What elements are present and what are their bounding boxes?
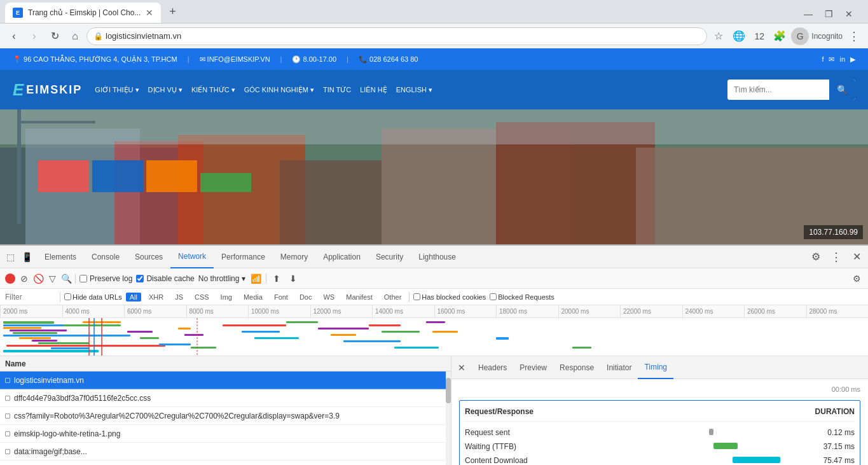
request-row-selected[interactable]: logisticsinvietnam.vn [0, 371, 451, 389]
blocked-cookies-input[interactable] [413, 293, 420, 300]
preserve-log-checkbox[interactable]: Preserve log [79, 274, 132, 283]
tab-application[interactable]: Application [315, 246, 368, 268]
download-icon[interactable]: ⬇ [287, 272, 300, 285]
requests-scrollbar-thumb[interactable] [446, 378, 451, 403]
close-icon[interactable]: ✕ [840, 8, 858, 20]
request-row-3[interactable]: eimskip-logo-white-retina-1.png [0, 425, 451, 443]
manifest-chip[interactable]: Manifest [342, 293, 376, 302]
stop-button[interactable]: ⊘ [19, 274, 29, 284]
ws-chip[interactable]: WS [319, 293, 338, 302]
reload-button[interactable]: ↻ [46, 27, 64, 45]
detail-tab-headers[interactable]: Headers [472, 356, 513, 379]
settings-icon[interactable]: ⚙ [807, 248, 825, 266]
nav-gioithieu[interactable]: GIỚI THIỆU ▾ [95, 86, 139, 94]
forward-button[interactable]: › [25, 27, 43, 45]
hide-data-urls-checkbox[interactable]: Hide data URLs [64, 293, 122, 301]
linkedin-icon[interactable]: in [839, 55, 845, 63]
nav-tintuc[interactable]: TIN TỨC [323, 86, 351, 94]
css-chip[interactable]: CSS [191, 293, 213, 302]
nav-lienhe[interactable]: LIÊN HỆ [360, 86, 387, 94]
facebook-icon[interactable]: f [822, 55, 823, 63]
upload-icon[interactable]: ⬆ [270, 272, 283, 285]
other-chip[interactable]: Other [380, 293, 406, 302]
search-icon[interactable]: 🔍 [61, 274, 71, 284]
filter-icon[interactable]: ▽ [47, 274, 57, 284]
request-row-1[interactable]: dffc4d4e79a3bdf3a7f0d5116fe2c5cc.css [0, 389, 451, 407]
clear-button[interactable]: 🚫 [33, 274, 43, 284]
preserve-log-input[interactable] [79, 275, 87, 282]
detail-tab-initiator[interactable]: Initiator [600, 356, 638, 379]
disable-cache-checkbox[interactable]: Disable cache [136, 274, 194, 283]
bookmark-icon[interactable]: ☆ [710, 27, 727, 45]
address-bar[interactable]: 🔒 logisticsinvietnam.vn [86, 27, 707, 45]
nav-kienthuc[interactable]: KIẾN THỨC ▾ [191, 86, 235, 94]
search-button[interactable]: 🔍 [829, 80, 855, 100]
img-chip[interactable]: Img [217, 293, 236, 302]
xhr-chip[interactable]: XHR [145, 293, 167, 302]
tab-console[interactable]: Console [84, 246, 127, 268]
detail-tab-preview[interactable]: Preview [513, 356, 553, 379]
more-icon[interactable]: ⋮ [827, 248, 845, 266]
disable-cache-input[interactable] [136, 275, 144, 282]
devtools-close-icon[interactable]: ✕ [848, 248, 865, 266]
tab-memory[interactable]: Memory [273, 246, 315, 268]
tab-security[interactable]: Security [368, 246, 411, 268]
detail-tab-response[interactable]: Response [553, 356, 600, 379]
svg-rect-39 [286, 321, 318, 323]
nav-gockinhnghiem[interactable]: GÓC KINH NGHIỆM ▾ [244, 86, 314, 94]
tab-sources[interactable]: Sources [127, 246, 170, 268]
new-tab-button[interactable]: + [163, 3, 181, 20]
active-tab[interactable]: E Trang chủ - Eimskip | Cool Cho... ✕ [5, 3, 161, 23]
requests-scrollbar[interactable] [446, 371, 451, 465]
ruler-12000: 12000 ms [310, 305, 373, 317]
detail-tab-timing[interactable]: Timing [638, 356, 673, 379]
browser-chrome: E Trang chủ - Eimskip | Cool Cho... ✕ + … [0, 0, 868, 48]
wifi-icon[interactable]: 📶 [249, 272, 262, 285]
all-chip[interactable]: All [126, 293, 141, 302]
blocked-requests-input[interactable] [490, 293, 497, 300]
request-row-4[interactable]: data:image/gif;base... [0, 443, 451, 461]
settings-right-icon[interactable]: ⚙ [850, 272, 863, 285]
profile-icon[interactable]: G [791, 27, 809, 45]
nav-dichvu[interactable]: DỊCH VỤ ▾ [148, 86, 183, 94]
tab-lighthouse[interactable]: Lighthouse [411, 246, 464, 268]
row-indicator-4 [5, 449, 10, 454]
back-button[interactable]: ‹ [5, 27, 23, 45]
request-row-5[interactable]: fl-icons.woff2 [0, 461, 451, 465]
svg-rect-53 [572, 347, 591, 349]
doc-chip[interactable]: Doc [296, 293, 316, 302]
hide-data-urls-input[interactable] [64, 293, 71, 300]
tab-network[interactable]: Network [170, 246, 214, 268]
throttling-dropdown[interactable]: No throttling ▾ [198, 274, 246, 283]
restore-icon[interactable]: ❐ [820, 8, 837, 20]
tab-elements[interactable]: Elements [37, 246, 84, 268]
youtube-icon[interactable]: ▶ [850, 55, 855, 64]
record-button[interactable] [5, 274, 15, 284]
timeline-section: 2000 ms 4000 ms 6000 ms 8000 ms 10000 ms… [0, 305, 868, 356]
home-button[interactable]: ⌂ [66, 27, 84, 45]
inspect-icon[interactable]: ⬚ [3, 249, 18, 265]
device-icon[interactable]: 📱 [19, 249, 34, 265]
extension-icon[interactable]: 🌐 [730, 27, 748, 45]
disable-cache-label: Disable cache [146, 274, 194, 283]
request-row-2[interactable]: css?family=Roboto%3Aregular%2C700%2Cregu… [0, 407, 451, 425]
req-name-2: css?family=Roboto%3Aregular%2C700%2Cregu… [14, 412, 446, 420]
search-input[interactable] [727, 80, 829, 100]
email-icon[interactable]: ✉ [829, 55, 834, 64]
filter-input[interactable] [5, 293, 56, 302]
site-logo[interactable]: E EIMSKIP [13, 80, 82, 100]
svg-rect-15 [200, 173, 251, 192]
tab-close-icon[interactable]: ✕ [146, 8, 153, 18]
js-chip[interactable]: JS [171, 293, 187, 302]
font-chip[interactable]: Font [270, 293, 292, 302]
minimize-icon[interactable]: — [799, 8, 817, 20]
media-chip[interactable]: Media [240, 293, 266, 302]
nav-english[interactable]: ENGLISH ▾ [396, 86, 432, 94]
extension2-icon[interactable]: 12 [750, 27, 768, 45]
menu-icon[interactable]: ⋮ [845, 27, 863, 45]
puzzle-icon[interactable]: 🧩 [771, 27, 789, 45]
blocked-requests-checkbox[interactable]: Blocked Requests [490, 293, 555, 301]
detail-close-icon[interactable]: ✕ [454, 360, 469, 375]
blocked-cookies-checkbox[interactable]: Has blocked cookies [413, 293, 486, 301]
tab-performance[interactable]: Performance [214, 246, 273, 268]
